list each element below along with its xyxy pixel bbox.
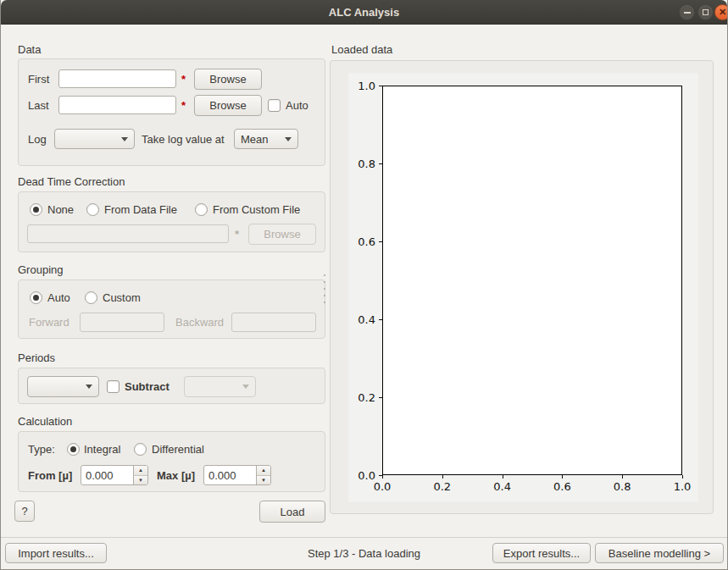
maximize-icon bbox=[703, 9, 709, 15]
titlebar: ALC Analysis ✕ bbox=[1, 0, 727, 25]
chevron-down-icon bbox=[242, 385, 249, 389]
take-log-value-label: Take log value at bbox=[142, 129, 225, 149]
x-tick-mark bbox=[622, 475, 623, 479]
chevron-down-icon bbox=[285, 137, 292, 141]
from-mu-value[interactable] bbox=[81, 466, 133, 484]
x-tick-label: 0.4 bbox=[493, 480, 511, 493]
last-label: Last bbox=[28, 96, 49, 114]
last-browse-button[interactable]: Browse bbox=[194, 95, 262, 116]
y-tick-label: 1.0 bbox=[358, 80, 375, 92]
loaded-data-title: Loaded data bbox=[331, 42, 392, 56]
window-title: ALC Analysis bbox=[1, 0, 727, 25]
data-section: First * Browse Last * Browse Auto Log Ta… bbox=[18, 58, 325, 166]
close-icon: ✕ bbox=[719, 8, 726, 17]
dead-time-custom-file-radio[interactable] bbox=[195, 203, 208, 216]
x-tick-label: 0.2 bbox=[433, 480, 451, 493]
dead-time-data-file-label: From Data File bbox=[104, 202, 177, 217]
last-run-input[interactable] bbox=[58, 96, 176, 114]
backward-grouping-input bbox=[231, 313, 316, 332]
close-button[interactable]: ✕ bbox=[714, 4, 728, 20]
dead-time-none-radio[interactable] bbox=[30, 203, 42, 216]
type-integral-label: Integral bbox=[84, 441, 120, 457]
periods-section: Subtract bbox=[18, 368, 325, 404]
grouping-custom-radio[interactable] bbox=[85, 291, 97, 304]
baseline-modelling-button[interactable]: Baseline modelling > bbox=[595, 543, 724, 563]
footer-separator bbox=[1, 537, 727, 538]
log-value-at-value: Mean bbox=[241, 133, 280, 146]
periods-section-title: Periods bbox=[18, 351, 55, 364]
x-tick-label: 0.6 bbox=[553, 480, 571, 493]
period-combobox[interactable] bbox=[27, 376, 99, 397]
grouping-auto-label: Auto bbox=[47, 290, 70, 305]
x-tick-mark bbox=[562, 475, 563, 479]
load-button[interactable]: Load bbox=[259, 501, 325, 523]
loaded-data-panel: 1.00.80.60.40.20.0 0.00.20.40.60.81.0 bbox=[330, 60, 714, 514]
export-results-button[interactable]: Export results... bbox=[492, 543, 591, 563]
first-label: First bbox=[28, 69, 49, 88]
x-tick-mark bbox=[382, 475, 383, 479]
first-run-input[interactable] bbox=[58, 69, 176, 88]
y-tick-label: 0.6 bbox=[358, 235, 375, 248]
y-tick-mark bbox=[379, 241, 382, 242]
y-axis-ticks: 1.00.80.60.40.20.0 bbox=[348, 86, 382, 475]
x-tick-mark bbox=[503, 475, 503, 479]
auto-last-checkbox[interactable] bbox=[268, 99, 281, 112]
dead-time-section: None From Data File From Custom File * B… bbox=[18, 191, 325, 252]
first-required-marker: * bbox=[181, 69, 186, 88]
grouping-section: Auto Custom Forward Backward bbox=[18, 279, 325, 339]
grouping-custom-label: Custom bbox=[103, 290, 141, 305]
dead-time-required-marker: * bbox=[235, 224, 239, 243]
plot-axes bbox=[382, 86, 682, 475]
spin-up-icon[interactable]: ▲ bbox=[257, 466, 270, 476]
y-tick-mark bbox=[379, 86, 382, 86]
type-label: Type: bbox=[28, 441, 55, 457]
x-axis-ticks: 0.00.20.40.60.81.0 bbox=[382, 475, 682, 497]
calculation-section-title: Calculation bbox=[18, 414, 72, 428]
x-tick-label: 0.8 bbox=[614, 480, 631, 493]
type-differential-radio[interactable] bbox=[134, 443, 147, 456]
calculation-section: Type: Integral Differential From [µ] ▲ ▼… bbox=[18, 431, 325, 492]
auto-last-label: Auto bbox=[286, 96, 308, 114]
type-differential-label: Differential bbox=[152, 441, 204, 457]
log-value-at-combobox[interactable]: Mean bbox=[234, 129, 298, 149]
spinner-buttons[interactable]: ▲ ▼ bbox=[133, 466, 147, 484]
dead-time-browse-button: Browse bbox=[248, 224, 316, 245]
spin-down-icon[interactable]: ▼ bbox=[134, 476, 147, 485]
y-tick-mark bbox=[379, 397, 382, 398]
forward-grouping-input bbox=[80, 313, 164, 332]
data-section-title: Data bbox=[18, 42, 41, 56]
from-mu-label: From [µ] bbox=[28, 465, 72, 485]
spin-down-icon[interactable]: ▼ bbox=[257, 476, 270, 485]
dead-time-data-file-radio[interactable] bbox=[86, 203, 99, 216]
dead-time-section-title: Dead Time Correction bbox=[18, 174, 125, 188]
minimize-button[interactable] bbox=[679, 4, 695, 20]
x-tick-mark bbox=[682, 475, 683, 479]
max-mu-spinbox[interactable]: ▲ ▼ bbox=[203, 465, 271, 485]
grouping-section-title: Grouping bbox=[18, 263, 63, 276]
spin-up-icon[interactable]: ▲ bbox=[134, 466, 147, 476]
max-mu-value[interactable] bbox=[204, 466, 256, 484]
chevron-down-icon bbox=[121, 137, 128, 141]
dead-time-file-input bbox=[27, 224, 229, 243]
subtract-checkbox[interactable] bbox=[107, 380, 119, 393]
splitter-handle[interactable] bbox=[322, 269, 327, 305]
log-combobox[interactable] bbox=[54, 129, 135, 149]
maximize-button[interactable] bbox=[697, 4, 714, 20]
help-button[interactable]: ? bbox=[14, 501, 35, 522]
type-integral-radio[interactable] bbox=[67, 443, 80, 456]
chevron-down-icon bbox=[86, 385, 92, 389]
from-mu-spinbox[interactable]: ▲ ▼ bbox=[81, 465, 148, 485]
dead-time-custom-file-label: From Custom File bbox=[213, 202, 300, 217]
minimize-icon bbox=[684, 12, 691, 14]
subtract-period-combobox bbox=[184, 376, 256, 397]
plot-figure: 1.00.80.60.40.20.0 0.00.20.40.60.81.0 bbox=[348, 73, 698, 502]
y-tick-mark bbox=[379, 163, 382, 164]
last-required-marker: * bbox=[181, 96, 186, 114]
spinner-buttons[interactable]: ▲ ▼ bbox=[256, 466, 270, 484]
y-tick-label: 0.4 bbox=[358, 313, 375, 326]
first-browse-button[interactable]: Browse bbox=[194, 69, 262, 90]
grouping-auto-radio[interactable] bbox=[30, 291, 42, 304]
dead-time-none-label: None bbox=[47, 202, 74, 217]
alc-analysis-window: ALC Analysis ✕ Data First * Browse Last … bbox=[0, 0, 728, 570]
forward-label: Forward bbox=[29, 313, 69, 332]
